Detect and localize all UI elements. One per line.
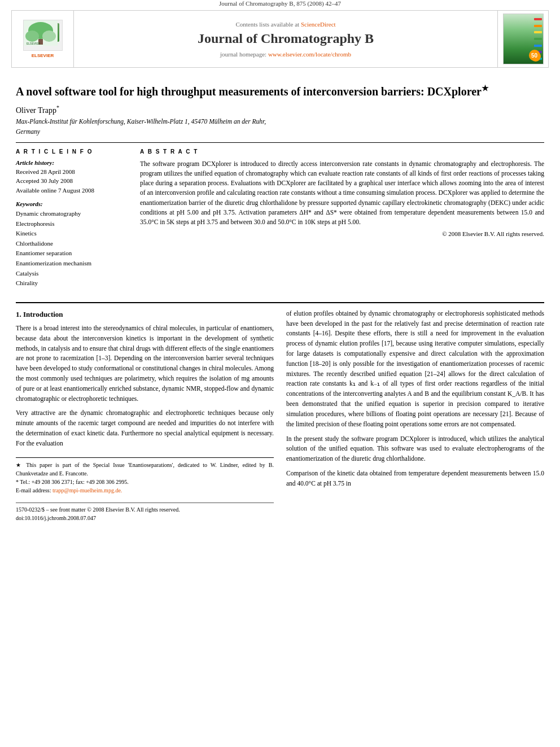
author-sup: * (56, 104, 59, 111)
svg-point-3 (42, 30, 56, 42)
body-col-left: 1. Introduction There is a broad interes… (16, 309, 274, 523)
received-date: Received 28 April 2008 (16, 167, 129, 177)
affiliation-line1: Max-Planck-Institut für Kohlenforschung,… (16, 117, 544, 126)
keywords-group: Keywords: Dynamic chromatography Electro… (16, 200, 129, 289)
abstract-column: A B S T R A C T The software program DCX… (140, 148, 544, 294)
footer-info: 1570-0232/$ – see front matter © 2008 El… (16, 503, 274, 523)
footnote-author: * Tel.: +49 208 306 2371; fax: +49 208 3… (16, 478, 274, 486)
article-title: A novel software tool for high throughpu… (16, 84, 544, 99)
journal-image: ELSEVIER (23, 20, 63, 51)
affiliation-line2: Germany (16, 127, 544, 136)
accepted-date: Accepted 30 July 2008 (16, 176, 129, 186)
author-text: Oliver Trapp (16, 106, 56, 114)
history-label: Article history: (16, 159, 129, 166)
sciencedirect-line: Contents lists available at ScienceDirec… (235, 21, 335, 28)
page-wrapper: Journal of Chromatography B, 875 (2008) … (0, 0, 560, 534)
footer-issn: 1570-0232/$ – see front matter © 2008 El… (16, 505, 274, 514)
homepage-url[interactable]: www.elsevier.com/locate/chromb (268, 51, 351, 58)
journal-ref-text: Journal of Chromatography B, 875 (2008) … (219, 0, 341, 7)
footnote-email: E-mail address: trapp@mpi-muelheim.mpg.d… (16, 486, 274, 495)
main-content: A novel software tool for high throughpu… (0, 71, 560, 534)
cover-line-6 (534, 51, 542, 53)
footer-doi: doi:10.1016/j.jchromb.2008.07.047 (16, 514, 274, 523)
info-abstract-columns: A R T I C L E I N F O Article history: R… (16, 148, 544, 294)
cover-line-5 (534, 45, 542, 47)
keyword-4: Chlorthalidone (16, 239, 129, 249)
body-columns: 1. Introduction There is a broad interes… (16, 309, 544, 523)
intro-para-2: Very attractive are the dynamic chromato… (16, 408, 274, 448)
cover-line-1 (534, 18, 542, 20)
available-date: Available online 7 August 2008 (16, 186, 129, 195)
right-para-2: In the present study the software progra… (286, 434, 544, 464)
author-name: Oliver Trapp* (16, 104, 544, 115)
article-info-label: A R T I C L E I N F O (16, 148, 129, 155)
article-title-area: A novel software tool for high throughpu… (16, 84, 544, 99)
keyword-2: Electrophoresis (16, 219, 129, 229)
journal-header-box: ELSEVIER ELSEVIER Contents lists availab… (11, 10, 549, 68)
keyword-1: Dynamic chromatography (16, 209, 129, 219)
elsevier-label: ELSEVIER (32, 53, 54, 58)
keyword-5: Enantiomer separation (16, 248, 129, 259)
journal-title: Journal of Chromatography B (198, 31, 374, 46)
keyword-3: Kinetics (16, 229, 129, 239)
body-col-right: of elution profiles obtained by dynamic … (286, 309, 544, 523)
contents-label: Contents lists available at (235, 21, 299, 28)
footnote-area: ★ This paper is part of the Special Issu… (16, 457, 274, 495)
article-title-text: A novel software tool for high throughpu… (16, 85, 482, 98)
intro-para-1: There is a broad interest into the stere… (16, 324, 274, 404)
right-para-1: of elution profiles obtained by dynamic … (286, 309, 544, 430)
email-value[interactable]: trapp@mpi-muelheim.mpg.de. (53, 487, 122, 493)
journal-ref-top: Journal of Chromatography B, 875 (2008) … (0, 0, 560, 7)
intro-heading: 1. Introduction (16, 309, 274, 320)
keyword-7: Catalysis (16, 269, 129, 279)
keyword-8: Chirality (16, 278, 129, 289)
copyright-text: © 2008 Elsevier B.V. All rights reserved… (140, 230, 544, 237)
cover-lines (533, 14, 543, 64)
cover-badge: 50 (531, 51, 541, 62)
cover-line-3 (534, 31, 542, 33)
abstract-text: The software program DCXplorer is introd… (140, 159, 544, 228)
sciencedirect-link-text[interactable]: ScienceDirect (301, 21, 336, 28)
cover-line-4 (534, 38, 542, 40)
svg-text:ELSEVIER: ELSEVIER (27, 42, 41, 45)
keyword-6: Enantiomerization mechanism (16, 259, 129, 269)
body-divider (16, 302, 544, 303)
title-star: ★ (482, 84, 489, 93)
journal-homepage: journal homepage: www.elsevier.com/locat… (220, 51, 351, 58)
homepage-label: journal homepage: (220, 51, 266, 58)
footnote-star: ★ This paper is part of the Special Issu… (16, 461, 274, 478)
cover-line-2 (534, 25, 542, 27)
header-center: Contents lists available at ScienceDirec… (74, 11, 497, 67)
elsevier-logo-area: ELSEVIER ELSEVIER (12, 11, 74, 67)
journal-cover: 50 (503, 14, 544, 64)
divider-after-affiliation (16, 142, 544, 143)
keywords-label: Keywords: (16, 200, 129, 207)
article-info-column: A R T I C L E I N F O Article history: R… (16, 148, 129, 294)
email-label: E-mail address: (16, 487, 51, 493)
svg-point-2 (25, 30, 39, 42)
journal-cover-area: 50 (497, 11, 548, 67)
article-history: Article history: Received 28 April 2008 … (16, 159, 129, 195)
right-para-3: Comparison of the kinetic data obtained … (286, 469, 544, 489)
abstract-label: A B S T R A C T (140, 148, 544, 155)
